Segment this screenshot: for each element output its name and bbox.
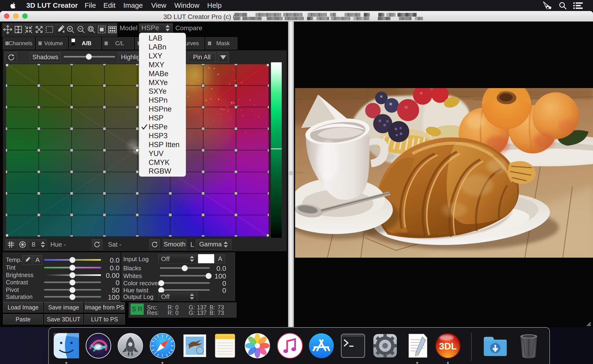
svg-text:3DL: 3DL: [439, 341, 457, 351]
